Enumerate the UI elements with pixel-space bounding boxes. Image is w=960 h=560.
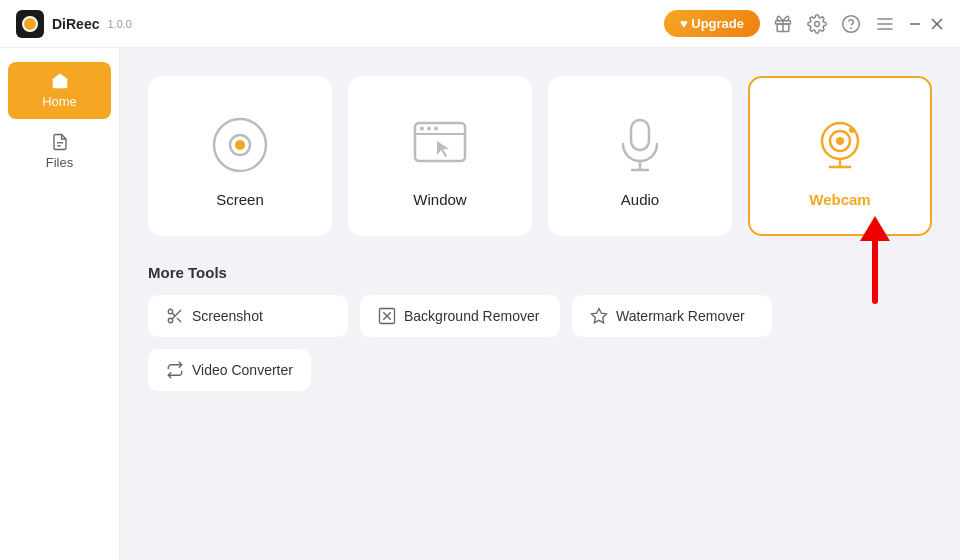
app-logo [16,10,44,38]
svg-point-19 [420,126,424,130]
svg-point-16 [235,140,245,150]
screenshot-tool-button[interactable]: Screenshot [148,295,348,337]
svg-point-27 [836,137,844,145]
titlebar-left: DiReec 1.0.0 [16,10,132,38]
home-icon [51,72,69,90]
convert-icon [166,361,184,379]
background-remover-label: Background Remover [404,308,539,324]
sidebar-item-files[interactable]: Files [8,123,111,180]
screen-tool-card[interactable]: Screen [148,76,332,236]
settings-icon[interactable] [806,13,828,35]
screenshot-label: Screenshot [192,308,263,324]
svg-rect-22 [631,120,649,150]
content-area: Screen Window [120,48,960,560]
svg-rect-11 [57,82,62,88]
files-icon [51,133,69,151]
svg-point-3 [843,15,860,32]
svg-line-35 [172,313,175,316]
window-tool-card[interactable]: Window [348,76,532,236]
app-logo-inner [22,16,38,32]
upgrade-button[interactable]: ♥ Upgrade [664,10,760,37]
background-remover-tool-button[interactable]: Background Remover [360,295,560,337]
titlebar-right: ♥ Upgrade [664,10,944,37]
video-converter-tool-button[interactable]: Video Converter [148,349,311,391]
svg-point-21 [434,126,438,130]
svg-point-32 [168,318,173,323]
menu-icon[interactable] [874,13,896,35]
tools-grid: Screen Window [148,76,932,236]
watermark-remover-label: Watermark Remover [616,308,745,324]
more-tools-section: More Tools Screenshot [148,264,932,391]
titlebar: DiReec 1.0.0 ♥ Upgrade [0,0,960,48]
more-tools-row2: Video Converter [148,349,932,391]
main-layout: Home Files [0,48,960,560]
video-converter-label: Video Converter [192,362,293,378]
window-icon [408,113,472,177]
webcam-label: Webcam [809,191,870,208]
screen-label: Screen [216,191,264,208]
audio-icon [608,113,672,177]
sidebar-home-label: Home [42,94,77,109]
screen-icon [208,113,272,177]
svg-point-31 [168,309,173,314]
app-version: 1.0.0 [107,18,131,30]
gift-icon[interactable] [772,13,794,35]
watermark-icon [590,307,608,325]
help-icon[interactable] [840,13,862,35]
svg-point-20 [427,126,431,130]
scissors-icon [166,307,184,325]
close-button[interactable] [930,17,944,31]
sidebar-files-label: Files [46,155,73,170]
minimize-button[interactable] [908,17,922,31]
app-name: DiReec [52,16,99,32]
svg-point-2 [815,21,820,26]
window-label: Window [413,191,466,208]
svg-line-34 [177,318,181,322]
svg-marker-37 [592,309,607,323]
bg-remove-icon [378,307,396,325]
sidebar-item-home[interactable]: Home [8,62,111,119]
svg-point-30 [849,127,855,133]
webcam-icon [808,113,872,177]
audio-tool-card[interactable]: Audio [548,76,732,236]
more-tools-grid: Screenshot Background Remover [148,295,932,337]
webcam-tool-card[interactable]: Webcam [748,76,932,236]
watermark-remover-tool-button[interactable]: Watermark Remover [572,295,772,337]
audio-label: Audio [621,191,659,208]
sidebar: Home Files [0,48,120,560]
more-tools-title: More Tools [148,264,932,281]
window-controls [908,17,944,31]
